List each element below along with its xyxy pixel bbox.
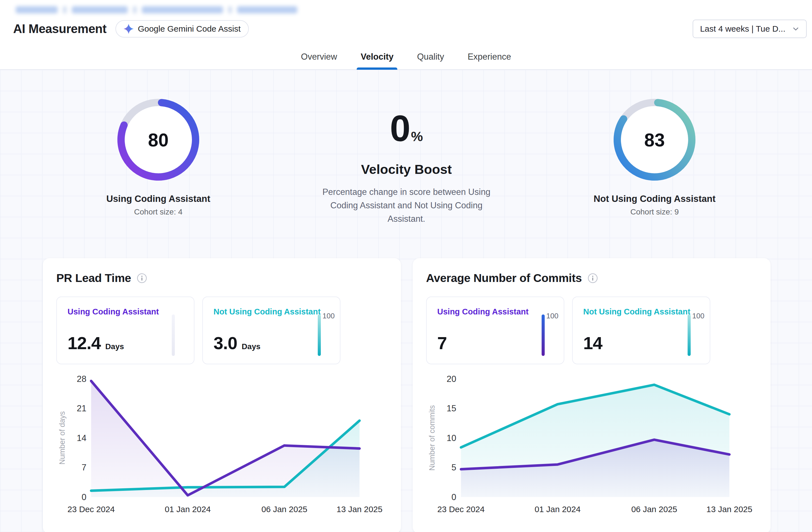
- svg-text:83: 83: [644, 130, 665, 150]
- stat-label: Not Using Coding Assistant: [583, 307, 699, 316]
- gemini-code-assist-badge[interactable]: Google Gemini Code Assist: [115, 20, 249, 38]
- not-using-gauge-label: Not Using Coding Assistant: [594, 193, 715, 204]
- breadcrumb[interactable]: [16, 6, 297, 13]
- breadcrumb-separator: [133, 6, 137, 13]
- breadcrumb-segment[interactable]: [237, 6, 297, 13]
- stat-mini-bar: [318, 314, 321, 356]
- svg-text:23 Dec 2024: 23 Dec 2024: [68, 505, 115, 514]
- not-using-stat-box: Not Using Coding Assistant 14 100: [572, 296, 710, 364]
- svg-text:21: 21: [77, 404, 86, 414]
- svg-text:01 Jan 2024: 01 Jan 2024: [535, 505, 581, 514]
- velocity-boost-description: Percentage change in score between Using…: [314, 186, 499, 226]
- page-header: AI Measurement Google Gemini Code Assist…: [0, 0, 812, 70]
- svg-text:06 Jan 2025: 06 Jan 2025: [631, 505, 677, 514]
- title-row: AI Measurement Google Gemini Code Assist…: [13, 19, 807, 38]
- pr-lead-time-chart[interactable]: 0714212823 Dec 202401 Jan 202406 Jan 202…: [56, 374, 388, 515]
- svg-text:15: 15: [447, 404, 456, 414]
- using-stat-box: Using Coding Assistant 7 100: [426, 296, 564, 364]
- breadcrumb-separator: [63, 6, 67, 13]
- card-title: PR Lead Time: [56, 271, 131, 285]
- velocity-summary: 80 Using Coding Assistant Cohort size: 4…: [0, 70, 812, 226]
- stat-mini-bar: [687, 314, 691, 356]
- svg-text:5: 5: [451, 463, 456, 473]
- svg-text:0: 0: [451, 492, 456, 502]
- using-stat-box: Using Coding Assistant 12.4 Days: [56, 296, 194, 364]
- svg-text:14: 14: [77, 433, 86, 443]
- svg-text:80: 80: [148, 130, 169, 150]
- svg-text:23 Dec 2024: 23 Dec 2024: [437, 505, 484, 514]
- stat-label: Using Coding Assistant: [68, 307, 183, 316]
- not-using-gauge-block: 83 Not Using Coding Assistant Cohort siz…: [539, 98, 770, 226]
- using-cohort-size: Cohort size: 4: [134, 207, 183, 217]
- velocity-boost-block: 0% Velocity Boost Percentage change in s…: [274, 98, 539, 226]
- stat-value: 3.0: [214, 333, 237, 353]
- breadcrumb-segment[interactable]: [72, 6, 128, 13]
- avg-commits-chart[interactable]: 0510152023 Dec 202401 Jan 202406 Jan 202…: [426, 374, 757, 515]
- tab-experience[interactable]: Experience: [464, 52, 515, 69]
- stat-bar-max: 100: [322, 312, 338, 320]
- using-score-gauge: 80: [116, 98, 200, 182]
- svg-text:06 Jan 2025: 06 Jan 2025: [261, 505, 307, 514]
- velocity-boost-title: Velocity Boost: [361, 162, 452, 177]
- svg-text:28: 28: [77, 374, 86, 384]
- not-using-cohort-size: Cohort size: 9: [630, 207, 679, 217]
- stat-value: 12.4: [68, 333, 101, 353]
- not-using-score-gauge: 83: [612, 98, 697, 182]
- avg-commits-card: Average Number of Commits Using Coding A…: [413, 258, 771, 532]
- stat-mini-bar: [172, 314, 175, 356]
- svg-text:01 Jan 2024: 01 Jan 2024: [165, 505, 211, 514]
- stat-bar-max: 100: [546, 312, 562, 320]
- tab-quality[interactable]: Quality: [413, 52, 448, 69]
- svg-text:20: 20: [447, 374, 456, 384]
- using-gauge-block: 80 Using Coding Assistant Cohort size: 4: [43, 98, 274, 226]
- velocity-boost-value: 0%: [390, 110, 423, 147]
- date-range-dropdown[interactable]: Last 4 weeks | Tue D...: [693, 19, 807, 38]
- svg-text:13 Jan 2025: 13 Jan 2025: [706, 505, 752, 514]
- using-gauge-label: Using Coding Assistant: [106, 193, 210, 204]
- stat-value: 14: [583, 333, 603, 353]
- not-using-stat-box: Not Using Coding Assistant 3.0 Days 100: [202, 296, 340, 364]
- svg-text:13 Jan 2025: 13 Jan 2025: [336, 505, 382, 514]
- date-range-value: Last 4 weeks | Tue D...: [700, 24, 785, 34]
- breadcrumb-segment[interactable]: [16, 6, 58, 13]
- stat-unit: Days: [242, 342, 261, 351]
- svg-text:0: 0: [82, 492, 86, 502]
- svg-text:Number of commits: Number of commits: [427, 405, 436, 471]
- tab-velocity[interactable]: Velocity: [357, 52, 397, 69]
- main-content: 80 Using Coding Assistant Cohort size: 4…: [0, 70, 812, 532]
- pr-lead-time-card: PR Lead Time Using Coding Assistant 12.4…: [43, 258, 401, 532]
- svg-text:7: 7: [82, 463, 86, 473]
- page-title: AI Measurement: [13, 22, 106, 36]
- tab-bar: Overview Velocity Quality Experience: [0, 52, 812, 69]
- tab-overview[interactable]: Overview: [297, 52, 341, 69]
- svg-text:10: 10: [447, 433, 456, 443]
- svg-text:Number of days: Number of days: [58, 411, 67, 465]
- stat-label: Not Using Coding Assistant: [214, 307, 329, 316]
- badge-label: Google Gemini Code Assist: [138, 24, 241, 34]
- gemini-sparkle-icon: [124, 24, 134, 34]
- info-icon[interactable]: [137, 273, 147, 283]
- metric-cards: PR Lead Time Using Coding Assistant 12.4…: [43, 258, 770, 532]
- breadcrumb-separator: [228, 6, 232, 13]
- stat-bar-max: 100: [692, 312, 708, 320]
- stat-label: Using Coding Assistant: [437, 307, 553, 316]
- stat-unit: Days: [105, 342, 124, 351]
- breadcrumb-segment[interactable]: [142, 6, 223, 13]
- info-icon[interactable]: [588, 273, 598, 283]
- card-title: Average Number of Commits: [426, 271, 582, 285]
- stat-mini-bar: [541, 314, 545, 356]
- chevron-down-icon: [792, 25, 799, 32]
- stat-value: 7: [437, 333, 447, 353]
